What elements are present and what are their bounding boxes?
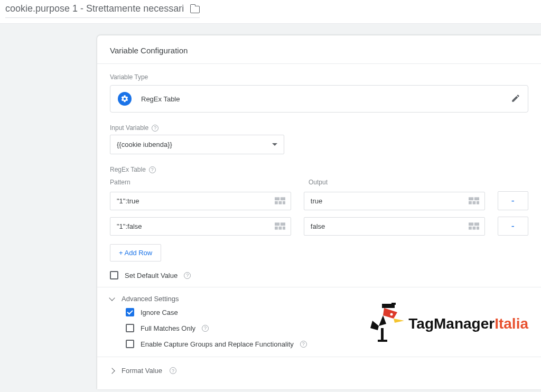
svg-rect-15 [469,222,473,226]
add-row-button[interactable]: + Add Row [110,244,161,262]
svg-rect-10 [275,222,279,226]
pattern-cell[interactable] [110,192,291,210]
help-icon[interactable]: ? [152,125,158,132]
svg-rect-5 [469,197,473,200]
caret-down-icon [272,143,277,146]
output-header: Output [309,179,495,186]
input-variable-select[interactable]: {{cookie iubenda}} [110,135,284,154]
regex-column-headers: Pattern Output [97,176,541,188]
capture-groups-label: Enable Capture Groups and Replace Functi… [141,340,294,348]
svg-rect-0 [275,197,279,200]
remove-row-button[interactable]: - [498,217,528,236]
gear-icon [118,92,132,106]
input-variable-value: {{cookie iubenda}} [117,141,172,148]
pattern-input[interactable] [116,197,275,206]
svg-rect-7 [469,201,472,204]
title-wrap: cookie.purpose 1 - Strettamente necessar… [5,3,200,18]
chevron-right-icon [109,368,115,374]
svg-rect-14 [283,227,285,230]
svg-rect-16 [474,222,479,226]
regex-table-label-row: RegEx Table ? [97,154,541,176]
svg-rect-3 [278,201,282,204]
format-value-label: Format Value [122,367,162,375]
panel-title: Variable Configuration [97,35,541,64]
advanced-toggle[interactable]: Advanced Settings [110,295,528,308]
svg-rect-6 [474,197,479,200]
svg-rect-9 [477,201,479,204]
svg-rect-4 [283,201,285,204]
output-cell[interactable] [304,192,485,210]
variable-picker-icon[interactable] [275,222,285,230]
variable-type-name: RegEx Table [141,95,180,103]
pattern-header: Pattern [110,179,296,186]
config-panel: Variable Configuration Variable Type Reg… [97,35,541,389]
svg-rect-8 [472,201,475,204]
topbar: cookie.purpose 1 - Strettamente necessar… [0,0,541,24]
regex-row: - [97,188,541,213]
advanced-settings: Advanced Settings Ignore Case Full Match… [97,287,541,348]
svg-rect-2 [275,201,278,204]
help-icon[interactable]: ? [300,341,307,348]
edit-icon[interactable] [511,94,520,105]
svg-rect-17 [469,227,472,230]
variable-picker-icon[interactable] [469,222,479,230]
ignore-case-row: Ignore Case [126,308,528,316]
svg-rect-1 [281,197,285,200]
set-default-row: Set Default Value ? [97,262,541,287]
variable-type-label: Variable Type [97,64,541,85]
remove-row-button[interactable]: - [498,191,528,210]
capture-groups-row: Enable Capture Groups and Replace Functi… [126,340,528,348]
set-default-checkbox[interactable] [110,271,118,279]
variable-picker-icon[interactable] [275,197,285,204]
chevron-down-icon [109,295,115,301]
full-matches-checkbox[interactable] [126,324,134,332]
variable-type-card[interactable]: RegEx Table [110,85,528,113]
input-variable-label: Input Variable [110,124,148,132]
pattern-input[interactable] [116,222,275,231]
input-variable-label-row: Input Variable ? [97,113,541,135]
svg-rect-12 [275,227,278,230]
variable-picker-icon[interactable] [469,197,479,204]
svg-rect-11 [281,222,285,226]
format-value-toggle[interactable]: Format Value ? [97,357,541,380]
help-icon[interactable]: ? [170,367,176,374]
capture-groups-checkbox[interactable] [126,340,134,348]
pattern-cell[interactable] [110,217,291,236]
regex-row: - [97,213,541,239]
ignore-case-label: Ignore Case [141,309,178,316]
advanced-label: Advanced Settings [122,295,179,303]
svg-rect-19 [477,227,479,230]
help-icon[interactable]: ? [202,325,209,332]
folder-icon[interactable] [190,6,200,13]
workspace: Variable Configuration Variable Type Reg… [0,24,541,392]
ignore-case-checkbox[interactable] [126,308,134,316]
advanced-options: Ignore Case Full Matches Only ? Enable C… [110,308,528,348]
page-title[interactable]: cookie.purpose 1 - Strettamente necessar… [5,3,184,14]
set-default-label: Set Default Value [125,272,178,279]
help-icon[interactable]: ? [184,272,191,279]
help-icon[interactable]: ? [149,166,156,173]
full-matches-row: Full Matches Only ? [126,324,528,332]
output-cell[interactable] [304,217,485,236]
output-input[interactable] [310,197,469,206]
svg-rect-13 [278,227,282,230]
regex-table-label: RegEx Table [110,166,146,173]
output-input[interactable] [310,222,469,231]
svg-rect-18 [472,227,475,230]
full-matches-label: Full Matches Only [141,324,195,332]
